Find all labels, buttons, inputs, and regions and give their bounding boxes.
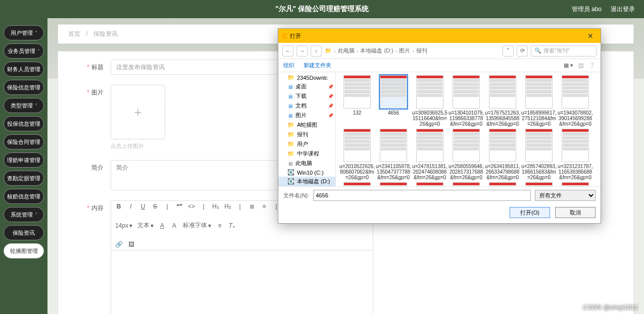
file-tile[interactable]: u=2010522626,806607062&fm=26&gp=0 (339, 129, 375, 180)
file-tile[interactable]: u=2580559646,202817317688&fm=26&gp=0 (448, 129, 484, 180)
font-size-select[interactable]: 14px ▾ (115, 222, 132, 229)
tree-item[interactable]: 📁用户 (278, 139, 335, 149)
strike-icon[interactable]: S (152, 203, 159, 210)
folder-icon: 🖥 (287, 161, 293, 167)
tree-item[interactable]: 📁A蛇捕图 (278, 120, 335, 130)
file-tile[interactable] (521, 182, 557, 186)
sidebar-item-1[interactable]: 业务员管理˅ (4, 43, 44, 59)
nav-back-button[interactable]: ← (282, 45, 293, 57)
bgcolor-icon[interactable]: A (171, 222, 178, 229)
logout-link[interactable]: 退出登录 (611, 5, 635, 14)
file-tile[interactable]: u=1858999617,275121084&fm=26&gp=0 (521, 75, 557, 127)
align-icon[interactable]: ≡ (216, 222, 223, 229)
tree-item[interactable]: 🖥图片📌 (278, 111, 335, 120)
underline-icon[interactable]: U (139, 203, 146, 210)
dialog-navbar: ← → ↑ 📁›此电脑›本地磁盘 (D:)›图片›报刊 ˅ ⟳ 🔍 搜索"报刊" (278, 43, 601, 59)
image-icon[interactable]: 🖼 (128, 241, 135, 248)
sidebar-item-11[interactable]: 保险资讯 (4, 225, 44, 240)
path-segment[interactable]: 此电脑 (338, 47, 355, 55)
path-breadcrumb[interactable]: 📁›此电脑›本地磁盘 (D:)›图片›报刊 (325, 47, 500, 55)
tree-item[interactable]: 🖥文档📌 (278, 101, 335, 111)
folder-icon: 📁 (287, 141, 294, 147)
tree-item[interactable]: 📁中学课程 (278, 149, 335, 159)
chevron-down-icon: ˅ (35, 30, 37, 36)
font-family-select[interactable]: 标准字体 ▾ (183, 221, 211, 230)
italic-icon[interactable]: I (127, 203, 134, 210)
sidebar-item-6[interactable]: 保险合同管理 (4, 134, 44, 149)
file-thumbnail (525, 129, 553, 162)
file-tile[interactable]: 132 (339, 75, 375, 127)
refresh-button[interactable]: ⟳ (517, 45, 528, 57)
view-mode-icon[interactable]: ▦ ▾ (564, 62, 573, 69)
file-name: u=1767521263,135996845588&fm=26&gp=0 (484, 110, 521, 127)
file-tile[interactable] (557, 182, 593, 186)
sidebar-item-0[interactable]: 用户管理˅ (4, 25, 44, 40)
open-button[interactable]: 打开(O) (510, 207, 550, 218)
file-tile[interactable] (375, 182, 412, 186)
user-label[interactable]: 管理员 abo (572, 5, 602, 14)
link-icon[interactable]: 🔗 (115, 241, 123, 248)
file-tile[interactable]: u=1304101079,119866338778&fm=26&gp=0 (448, 75, 484, 127)
close-icon[interactable]: ✕ (584, 32, 597, 40)
nav-up-button[interactable]: ↑ (311, 45, 322, 57)
path-segment[interactable]: 报刊 (416, 47, 427, 55)
sidebar-item-7[interactable]: 理赔申请管理 (4, 152, 44, 168)
breadcrumb-home[interactable]: 首页 (68, 30, 80, 37)
sidebar-item-4[interactable]: 类型管理˅ (4, 98, 44, 113)
ol-icon[interactable]: ≣ (249, 203, 256, 210)
file-tile[interactable]: 4656 (375, 75, 412, 127)
sidebar-item-10[interactable]: 系统管理˅ (4, 207, 44, 222)
breadcrumb-page: 保险资讯 (93, 30, 118, 37)
sidebar-item-9[interactable]: 核赔信息管理 (4, 189, 44, 204)
filename-input[interactable] (313, 190, 531, 201)
file-tile[interactable]: u=2857402893,186615683&fm=26&gp=0 (521, 129, 557, 180)
bold-icon[interactable]: B (115, 203, 122, 210)
organize-menu[interactable]: 组织 (283, 62, 294, 69)
editor-body[interactable] (111, 250, 373, 314)
h1-icon[interactable]: H₁ (212, 203, 219, 210)
font-kind-select[interactable]: 文本 ▾ (137, 221, 154, 230)
path-segment[interactable]: 图片 (399, 47, 410, 55)
file-tile[interactable]: u=2341105878,135047377788&fm=26&gp=0 (375, 129, 412, 180)
file-tile[interactable]: u=1943078802,390145699288&fm=26&gp=0 (557, 75, 593, 127)
file-tile[interactable]: u=1767521263,135996845588&fm=26&gp=0 (484, 75, 521, 127)
file-tile[interactable] (448, 182, 484, 186)
h2-icon[interactable]: H₂ (224, 203, 231, 210)
color-icon[interactable]: A (159, 222, 166, 229)
sidebar-item-5[interactable]: 投保信息管理 (4, 116, 44, 131)
file-thumbnail (562, 129, 589, 162)
tree-item[interactable]: 📁2345Downlc (278, 73, 335, 82)
cancel-button[interactable]: 取消 (555, 207, 596, 218)
tree-item[interactable]: 📁报刊 (278, 130, 335, 139)
quote-icon[interactable]: ❝❞ (176, 203, 183, 210)
tree-item[interactable]: 💽Win10 (C:) (278, 168, 335, 177)
preview-pane-icon[interactable]: ◫ (578, 62, 583, 69)
file-thumbnail (343, 129, 371, 162)
file-tile[interactable] (484, 182, 521, 186)
file-tile[interactable]: u=3231231787,116538386688&fm=26&gp=0 (557, 129, 593, 180)
new-folder-button[interactable]: 新建文件夹 (304, 62, 331, 69)
tree-item[interactable]: 🖥下载📌 (278, 91, 335, 101)
file-tile[interactable] (339, 182, 375, 186)
file-tile[interactable] (412, 182, 448, 186)
sidebar-item-8[interactable]: 查勘定损管理 (4, 171, 44, 186)
search-input[interactable]: 🔍 搜索"报刊" (531, 45, 597, 57)
help-icon[interactable]: ❔ (588, 62, 596, 69)
tree-item[interactable]: 💽本地磁盘 (D:) (278, 177, 335, 186)
file-tile[interactable]: u=2634195811,266334798688&fm=26&gp=0 (484, 129, 521, 180)
image-uploader[interactable]: + (111, 85, 165, 139)
tree-item[interactable]: 🖥此电脑 (278, 159, 335, 168)
sidebar-item-2[interactable]: 财务人员管理 (4, 62, 44, 77)
ul-icon[interactable]: ≡ (261, 203, 268, 210)
sidebar-item-12[interactable]: 轮播图管理 (4, 243, 44, 258)
file-tile[interactable]: u=309036925,515116640&fm=26&gp=0 (412, 75, 448, 127)
clear-format-icon[interactable]: Tₓ (228, 222, 235, 229)
filetype-select[interactable]: 所有文件 (535, 190, 596, 201)
code-icon[interactable]: <> (188, 203, 195, 210)
tree-item[interactable]: 🖥桌面📌 (278, 82, 335, 91)
path-dropdown-button[interactable]: ˅ (503, 45, 514, 57)
sidebar-item-3[interactable]: 保险信息管理 (4, 80, 44, 95)
path-segment[interactable]: 本地磁盘 (D:) (360, 47, 393, 55)
nav-forward-button[interactable]: → (296, 45, 308, 57)
file-tile[interactable]: u=2478151381,202474608088&fm=26&gp=0 (412, 129, 448, 180)
